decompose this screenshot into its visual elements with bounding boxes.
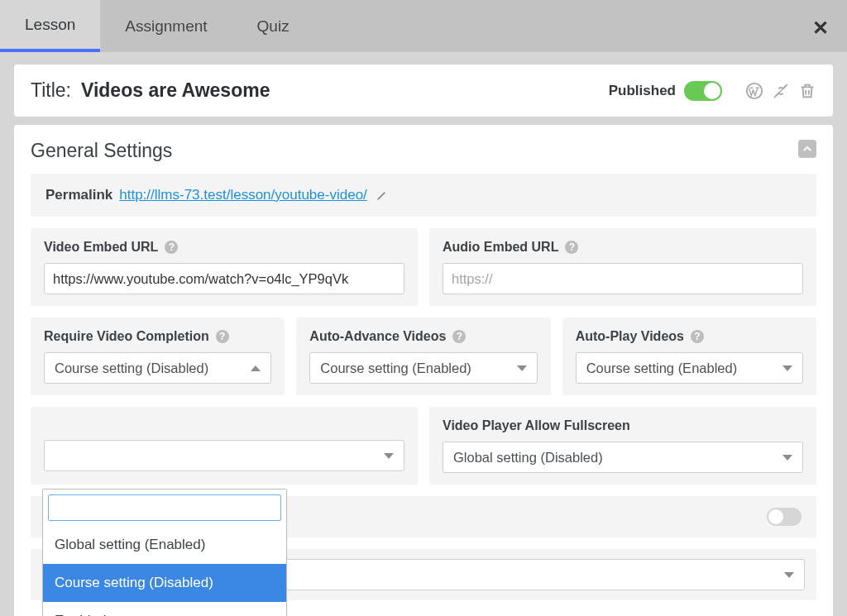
fullscreen-label: Video Player Allow Fullscreen (443, 418, 630, 433)
dropdown-option[interactable]: Enabled (43, 602, 286, 616)
chevron-down-icon (517, 365, 527, 371)
auto-play-cell: Auto-Play Videos ? Course setting (Enabl… (562, 318, 816, 395)
tab-quiz[interactable]: Quiz (232, 0, 314, 52)
trash-icon[interactable] (798, 82, 816, 100)
audio-embed-input[interactable] (443, 263, 803, 294)
help-icon[interactable]: ? (565, 241, 578, 254)
chevron-up-icon (251, 365, 261, 371)
auto-play-select[interactable]: Course setting (Enabled) (576, 352, 803, 384)
tab-assignment[interactable]: Assignment (100, 0, 232, 52)
help-icon[interactable]: ? (216, 330, 229, 343)
dropdown-option[interactable]: Course setting (Disabled) (43, 564, 286, 602)
auto-advance-select[interactable]: Course setting (Enabled) (309, 352, 537, 384)
audio-embed-label: Audio Embed URL (443, 240, 558, 255)
help-icon[interactable]: ? (165, 241, 178, 254)
fullscreen-select[interactable]: Global setting (Disabled) (443, 442, 803, 473)
detach-icon[interactable] (772, 82, 790, 100)
panel-heading: General Settings (31, 140, 816, 162)
title-label: Title: (31, 79, 71, 102)
edit-permalink-icon[interactable] (376, 189, 389, 202)
svg-line-1 (774, 84, 788, 98)
title-value[interactable]: Videos are Awesome (81, 79, 609, 102)
fullscreen-value: Global setting (Disabled) (453, 450, 603, 466)
general-settings-panel: General Settings Permalink http://llms-7… (14, 125, 833, 616)
chevron-up-icon (802, 144, 812, 154)
fullscreen-cell: Video Player Allow Fullscreen Global set… (429, 407, 816, 485)
permalink-block: Permalink http://llms-73.test/lesson/you… (31, 174, 816, 217)
auto-advance-value: Course setting (Enabled) (320, 361, 471, 376)
dropdown-search-input[interactable] (48, 494, 281, 521)
auto-advance-cell: Auto-Advance Videos ? Course setting (En… (296, 318, 550, 395)
help-icon[interactable]: ? (452, 330, 466, 343)
obscured-cell (31, 407, 418, 485)
require-completion-label: Require Video Completion (44, 329, 209, 344)
tab-lesson[interactable]: Lesson (0, 0, 100, 52)
published-toggle[interactable] (684, 81, 722, 101)
auto-play-label: Auto-Play Videos (576, 329, 684, 344)
require-completion-cell: Require Video Completion ? Course settin… (31, 318, 285, 395)
published-label: Published (609, 83, 676, 99)
video-embed-label: Video Embed URL (44, 240, 158, 255)
chevron-down-icon (782, 455, 792, 461)
help-icon[interactable]: ? (691, 330, 704, 343)
permalink-label: Permalink (45, 187, 112, 203)
close-icon[interactable]: ✕ (812, 17, 829, 40)
permalink-link[interactable]: http://llms-73.test/lesson/youtube-video… (119, 187, 367, 203)
video-embed-cell: Video Embed URL ? (31, 228, 418, 306)
require-completion-dropdown: Global setting (Enabled) Course setting … (42, 489, 287, 616)
auto-play-value: Course setting (Enabled) (586, 361, 738, 376)
auto-advance-label: Auto-Advance Videos (309, 329, 446, 344)
dropdown-option[interactable]: Global setting (Enabled) (43, 526, 286, 564)
require-completion-select[interactable]: Course setting (Disabled) (44, 352, 271, 384)
chevron-down-icon (384, 453, 394, 459)
chevron-down-icon (782, 365, 792, 371)
collapse-button[interactable] (798, 140, 816, 158)
wordpress-icon[interactable] (745, 82, 763, 100)
title-bar: Title: Videos are Awesome Published (14, 64, 833, 117)
tab-strip: Lesson Assignment Quiz ✕ (0, 0, 847, 52)
svg-point-0 (747, 83, 762, 98)
setting-toggle[interactable] (767, 508, 802, 526)
obscured-select[interactable] (44, 440, 404, 471)
require-completion-value: Course setting (Disabled) (55, 361, 208, 376)
audio-embed-cell: Audio Embed URL ? (429, 228, 816, 306)
video-embed-input[interactable] (44, 263, 404, 294)
chevron-down-icon (784, 572, 794, 578)
